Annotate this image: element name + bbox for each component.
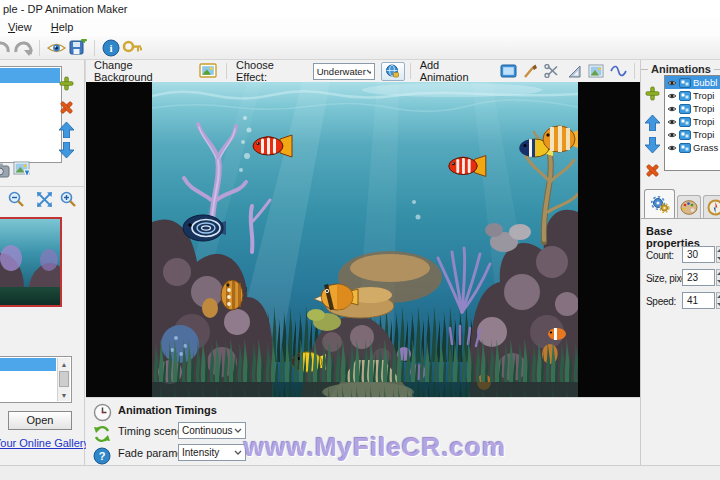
timing-scene-dropdown[interactable]: Continuous — [178, 422, 246, 439]
count-spinner[interactable] — [716, 246, 720, 263]
move-background-up-button[interactable] — [58, 122, 74, 138]
animation-type-icon — [679, 130, 691, 140]
camera-icon[interactable] — [0, 162, 11, 178]
speed-label: Speed: — [646, 296, 676, 307]
timing-scene-label: Timing scene: — [118, 425, 186, 437]
svg-text:?: ? — [99, 450, 106, 462]
gallery-selected-row[interactable] — [0, 358, 56, 371]
aquarium-scene — [152, 82, 578, 397]
effect-online-icon[interactable] — [381, 62, 405, 81]
effect-dropdown[interactable]: Underwater — [313, 63, 375, 80]
backgrounds-selected-row[interactable] — [0, 68, 60, 83]
animations-group-header: Animations — [641, 62, 720, 76]
move-animation-up-button[interactable] — [644, 115, 660, 131]
refresh-icon — [92, 424, 112, 444]
effect-value: Underwater — [317, 66, 366, 77]
add-image-animation-icon[interactable] — [585, 61, 607, 81]
add-animation-label: Add Animation — [420, 59, 491, 83]
tab-base-properties[interactable] — [644, 189, 675, 218]
add-background-button[interactable] — [58, 75, 74, 91]
fit-to-window-icon[interactable] — [36, 191, 52, 207]
visibility-eye-icon — [667, 131, 677, 139]
tab-color-properties[interactable] — [677, 195, 701, 218]
animation-list-item[interactable]: Tropi — [665, 128, 720, 141]
gallery-scrollbar[interactable]: ▲ ▼ — [57, 358, 70, 401]
menu-help[interactable]: Help — [43, 18, 82, 36]
animations-list[interactable]: Bubbl Tropi Tropi Tropi Tropi — [664, 75, 720, 171]
timings-title: Animation Timings — [118, 404, 217, 416]
undo-icon[interactable] — [0, 38, 12, 58]
delete-animation-button[interactable] — [644, 162, 660, 178]
tab-motion-properties[interactable] — [703, 195, 720, 218]
count-label: Count: — [646, 250, 674, 261]
preview-canvas[interactable] — [86, 82, 640, 397]
count-input[interactable]: 30 — [682, 246, 715, 263]
fade-parameter-dropdown[interactable]: Intensity — [178, 444, 246, 461]
zoom-in-icon[interactable] — [60, 191, 76, 207]
animation-list-item[interactable]: Tropi — [665, 115, 720, 128]
redo-icon[interactable] — [12, 38, 34, 58]
scrollbar-thumb[interactable] — [59, 371, 69, 387]
visibility-eye-icon — [667, 118, 677, 126]
size-spinner[interactable] — [716, 269, 720, 286]
menu-view[interactable]: View — [0, 18, 40, 36]
add-screen-animation-icon[interactable] — [497, 61, 519, 81]
change-background-button[interactable]: Change Background — [90, 61, 221, 81]
preview-eye-icon[interactable] — [45, 38, 67, 58]
menu-bar: View Help — [0, 18, 720, 36]
effects-bar: Change Background Choose Effect: Underwa… — [85, 60, 640, 82]
chevron-down-icon — [234, 428, 242, 433]
background-image-icon — [199, 63, 217, 80]
animation-list-item[interactable]: Tropi — [665, 102, 720, 115]
online-gallery-link[interactable]: Your Online Gallery — [0, 437, 89, 449]
move-background-down-button[interactable] — [58, 142, 74, 158]
status-bar — [0, 465, 720, 480]
gears-icon — [650, 195, 670, 214]
scroll-up-icon[interactable]: ▲ — [58, 358, 70, 370]
animation-list-item[interactable]: Tropi — [665, 89, 720, 102]
size-input[interactable]: 23 — [682, 269, 715, 286]
watermark-text: www.MyFileCR.com — [244, 432, 584, 463]
visibility-eye-icon — [667, 92, 677, 100]
animation-type-icon — [679, 78, 691, 88]
add-scissors-animation-icon[interactable] — [541, 61, 563, 81]
open-button[interactable]: Open — [8, 411, 72, 430]
export-image-icon[interactable] — [12, 161, 32, 177]
background-thumbnail[interactable] — [0, 217, 62, 307]
add-ruler-animation-icon[interactable] — [563, 61, 585, 81]
bar-separator — [226, 63, 227, 79]
info-icon[interactable]: i — [100, 38, 122, 58]
animations-title: Animations — [651, 63, 711, 75]
fade-parameter-value: Intensity — [182, 447, 219, 458]
help-question-icon[interactable]: ? — [92, 446, 112, 466]
properties-tabs — [641, 188, 720, 218]
backgrounds-list[interactable] — [0, 66, 62, 163]
chevron-down-icon — [366, 69, 371, 74]
speed-input[interactable]: 41 — [682, 292, 715, 309]
scroll-down-icon[interactable]: ▼ — [58, 389, 70, 401]
gallery-list[interactable]: ▲ ▼ — [0, 356, 72, 403]
animation-list-item[interactable]: Bubbl — [665, 76, 720, 89]
add-animation-item-button[interactable] — [644, 85, 660, 101]
left-panel: ▲ ▼ Open Your Online Gallery — [0, 60, 85, 465]
window-title: ple - DP Animation Maker — [0, 0, 720, 18]
bar-separator — [634, 63, 635, 79]
svg-text:i: i — [109, 42, 112, 54]
save-icon[interactable] — [67, 38, 89, 58]
animation-type-icon — [679, 104, 691, 114]
speed-spinner[interactable] — [716, 292, 720, 309]
fish-clown-small — [548, 328, 566, 340]
toolbar-separator — [94, 40, 95, 56]
move-animation-down-button[interactable] — [644, 137, 660, 153]
animation-list-item[interactable]: Grass — [665, 141, 720, 154]
fish-orange-striped — [221, 280, 243, 310]
choose-effect-label: Choose Effect: — [236, 59, 308, 83]
visibility-eye-icon — [667, 105, 677, 113]
add-brush-animation-icon[interactable] — [519, 61, 541, 81]
add-wave-animation-icon[interactable] — [607, 61, 629, 81]
visibility-eye-icon — [667, 79, 677, 87]
app-window: ple - DP Animation Maker View Help i Cha… — [0, 0, 720, 480]
zoom-out-icon[interactable] — [8, 191, 24, 207]
delete-background-button[interactable] — [58, 99, 74, 115]
key-icon[interactable] — [122, 38, 144, 58]
